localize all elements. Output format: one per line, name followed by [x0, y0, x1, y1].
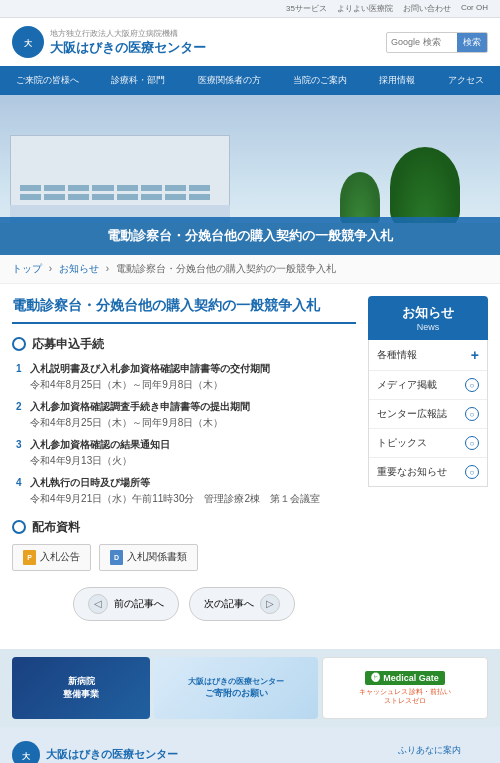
search-input[interactable] [387, 34, 457, 50]
sidebar-item-pr[interactable]: センター広報誌 ○ [369, 400, 487, 429]
list-date-2: 令和4年8月25日（木）～同年9月8日（木） [30, 417, 223, 428]
application-section-title: 応募申込手続 [32, 336, 104, 353]
cor-oh-label: Cor OH [461, 3, 488, 14]
logo-subtitle: 地方独立行政法人大阪府立病院機構 [50, 28, 206, 39]
footer-logo-area: 大 大阪はびきの医療センター 〒583-8588 大阪府羽曳野市はびきの3丁目7… [12, 741, 197, 763]
list-date-4: 令和4年9月21日（水）午前11時30分 管理診療2棟 第１会議室 [30, 493, 320, 504]
header-sub-link-1[interactable]: 35サービス [286, 3, 327, 14]
sidebar-item-various[interactable]: 各種情報 + [369, 340, 487, 371]
next-label: 次の記事へ [204, 597, 254, 611]
sidebar-item-media[interactable]: メディア掲載 ○ [369, 371, 487, 400]
banner-donation[interactable]: 大阪はびきの医療センター ご寄附のお願い [154, 657, 318, 719]
search-area: 検索 [386, 32, 488, 53]
list-item-1: 1 入札説明書及び入札参加資格確認申請書等の交付期間 令和4年8月25日（木）～… [16, 361, 356, 393]
main-nav: ご来院の皆様へ 診療科・部門 医療関係者の方 当院のご案内 採用情報 アクセス [0, 66, 500, 95]
list-title-1: 入札説明書及び入札参加資格確認申請書等の交付期間 [30, 363, 270, 374]
banner-area: 新病院整備事業 大阪はびきの医療センター ご寄附のお願い 🅜 Medical G… [0, 649, 500, 727]
svg-text:大: 大 [23, 39, 33, 48]
nav-item-visit[interactable]: ご来院の皆様へ [14, 66, 81, 95]
search-box[interactable]: 検索 [386, 32, 488, 53]
banner-medical-gate[interactable]: 🅜 Medical Gate キャッシュレス 診料・前払いストレスゼロ [322, 657, 488, 719]
hero-image: 電動診察台・分娩台他の購入契約の一般競争入札 [0, 95, 500, 255]
footer-logo-icon: 大 [12, 741, 40, 763]
doc-file-label-2: 入札関係書類 [127, 550, 187, 564]
sidebar-label-4: トピックス [377, 436, 427, 450]
sidebar-label-1: 各種情報 [377, 348, 417, 362]
doc-section-circle-icon [12, 520, 26, 534]
sidebar-label-3: センター広報誌 [377, 407, 447, 421]
mg-icon: 🅜 [371, 673, 380, 683]
document-section: 配布資料 P 入札公告 D 入札関係書類 [12, 519, 356, 571]
banner-2-label-1: 大阪はびきの医療センター [188, 676, 284, 687]
list-num-3: 3 [16, 437, 22, 453]
list-title-2: 入札参加資格確認調査手続き申請書等の提出期間 [30, 401, 250, 412]
footer: 大 大阪はびきの医療センター 〒583-8588 大阪府羽曳野市はびきの3丁目7… [0, 727, 500, 763]
application-list: 1 入札説明書及び入札参加資格確認申請書等の交付期間 令和4年8月25日（木）～… [16, 361, 356, 507]
sidebar-header: お知らせ News [368, 296, 488, 340]
footer-link-1[interactable]: ふりあなに案内 [398, 745, 461, 755]
nav-item-access[interactable]: アクセス [446, 66, 486, 95]
next-article-button[interactable]: 次の記事へ ▷ [189, 587, 295, 621]
breadcrumb-news[interactable]: お知らせ [59, 263, 99, 274]
hero-title: 電動診察台・分娩台他の購入契約の一般競争入札 [0, 217, 500, 255]
breadcrumb-current: 電動診察台・分娩台他の購入契約の一般競争入札 [116, 263, 336, 274]
sidebar: お知らせ News 各種情報 + メディア掲載 ○ センター広報誌 ○ トピック… [368, 296, 488, 637]
breadcrumb: トップ › お知らせ › 電動診察台・分娩台他の購入契約の一般競争入札 [0, 255, 500, 284]
doc-file-label-1: 入札公告 [40, 550, 80, 564]
circle-icon-3: ○ [465, 407, 479, 421]
list-item-3: 3 入札参加資格確認の結果通知日 令和4年9月13日（火） [16, 437, 356, 469]
sidebar-title: お知らせ [376, 304, 480, 322]
list-title-4: 入札執行の日時及び場所等 [30, 477, 150, 488]
circle-icon-5: ○ [465, 465, 479, 479]
circle-icon-4: ○ [465, 436, 479, 450]
banner-2-label-2: ご寄附のお願い [205, 687, 268, 700]
logo-area: 大 地方独立行政法人大阪府立病院機構 大阪はびきの医療センター [12, 26, 206, 58]
sidebar-sub: News [376, 322, 480, 332]
sidebar-label-2: メディア掲載 [377, 378, 437, 392]
sidebar-menu: 各種情報 + メディア掲載 ○ センター広報誌 ○ トピックス ○ 重要なお知ら… [368, 340, 488, 487]
site-name: 大阪はびきの医療センター [50, 39, 206, 57]
list-num-1: 1 [16, 361, 22, 377]
mg-label: Medical Gate [383, 673, 439, 683]
medical-gate-logo: 🅜 Medical Gate [365, 671, 445, 685]
section-circle-icon [12, 337, 26, 351]
footer-links: ふりあなに案内 ガイダンス 関連サイト プライバシーポリシー [398, 741, 488, 763]
search-button[interactable]: 検索 [457, 33, 487, 52]
list-num-4: 4 [16, 475, 22, 491]
header: 35サービス よりよい医療院 お問い合わせ Cor OH 大 地方独立行政法人大… [0, 0, 500, 66]
doc-files: P 入札公告 D 入札関係書類 [12, 544, 356, 571]
breadcrumb-top[interactable]: トップ [12, 263, 42, 274]
nav-item-dept[interactable]: 診療科・部門 [109, 66, 167, 95]
nav-item-about[interactable]: 当院のご案内 [291, 66, 349, 95]
mg-sub-label: キャッシュレス 診料・前払いストレスゼロ [359, 687, 452, 705]
prev-label: 前の記事へ [114, 597, 164, 611]
list-date-3: 令和4年9月13日（火） [30, 455, 132, 466]
doc-file-2[interactable]: D 入札関係書類 [99, 544, 198, 571]
footer-top: 大 大阪はびきの医療センター 〒583-8588 大阪府羽曳野市はびきの3丁目7… [12, 741, 488, 763]
doc-icon-2: D [110, 550, 123, 565]
page-title: 電動診察台・分娩台他の購入契約の一般競争入札 [12, 296, 356, 324]
pdf-icon-1: P [23, 550, 36, 565]
svg-text:大: 大 [21, 752, 31, 761]
nav-item-recruit[interactable]: 採用情報 [377, 66, 417, 95]
sidebar-label-5: 重要なお知らせ [377, 465, 447, 479]
sidebar-item-topics[interactable]: トピックス ○ [369, 429, 487, 458]
header-sub-link-2[interactable]: よりよい医療院 [337, 3, 393, 14]
prev-icon: ◁ [88, 594, 108, 614]
footer-logo-text: 大阪はびきの医療センター [46, 747, 178, 762]
sidebar-item-important[interactable]: 重要なお知らせ ○ [369, 458, 487, 486]
list-item-2: 2 入札参加資格確認調査手続き申請書等の提出期間 令和4年8月25日（木）～同年… [16, 399, 356, 431]
nav-item-medical[interactable]: 医療関係者の方 [196, 66, 263, 95]
list-date-1: 令和4年8月25日（木）～同年9月8日（木） [30, 379, 223, 390]
header-sub-link-3[interactable]: お問い合わせ [403, 3, 451, 14]
prev-article-button[interactable]: ◁ 前の記事へ [73, 587, 179, 621]
next-icon: ▷ [260, 594, 280, 614]
doc-file-1[interactable]: P 入札公告 [12, 544, 91, 571]
footer-logo: 大 大阪はびきの医療センター [12, 741, 197, 763]
application-section: 応募申込手続 1 入札説明書及び入札参加資格確認申請書等の交付期間 令和4年8月… [12, 336, 356, 507]
banner-hospital[interactable]: 新病院整備事業 [12, 657, 150, 719]
breadcrumb-sep-1: › [49, 263, 52, 274]
logo-text-area: 地方独立行政法人大阪府立病院機構 大阪はびきの医療センター [50, 28, 206, 57]
plus-icon-1: + [471, 347, 479, 363]
list-item-4: 4 入札執行の日時及び場所等 令和4年9月21日（水）午前11時30分 管理診療… [16, 475, 356, 507]
